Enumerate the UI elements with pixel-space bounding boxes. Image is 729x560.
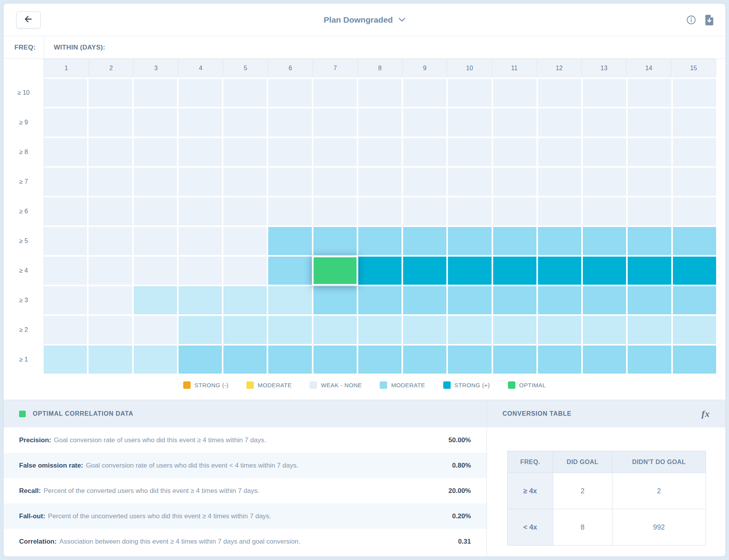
heatmap-cell[interactable] (179, 257, 222, 285)
heatmap-cell[interactable] (403, 227, 446, 255)
heatmap-cell[interactable] (448, 168, 491, 196)
heatmap-cell[interactable] (134, 168, 177, 196)
heatmap-cell[interactable] (88, 346, 132, 374)
heatmap-cell[interactable] (448, 257, 491, 285)
heatmap-cell[interactable] (313, 79, 357, 107)
heatmap-cell[interactable] (493, 257, 536, 285)
heatmap-cell[interactable] (313, 108, 357, 136)
heatmap-cell[interactable] (673, 227, 716, 255)
heatmap-cell[interactable] (44, 316, 87, 344)
heatmap-cell[interactable] (403, 197, 446, 225)
heatmap-cell[interactable] (583, 168, 626, 196)
heatmap-cell[interactable] (583, 257, 626, 285)
heatmap-cell[interactable] (134, 227, 177, 255)
heatmap-cell[interactable] (88, 316, 132, 344)
heatmap-cell[interactable] (403, 286, 446, 314)
heatmap-cell[interactable] (313, 227, 357, 255)
download-icon[interactable] (705, 15, 714, 25)
heatmap-cell[interactable] (673, 346, 716, 374)
heatmap-cell[interactable] (493, 286, 536, 314)
heatmap-cell[interactable] (179, 227, 222, 255)
heatmap-cell[interactable] (44, 108, 87, 136)
heatmap-cell[interactable] (673, 257, 716, 285)
heatmap-cell[interactable] (134, 346, 177, 374)
heatmap-cell[interactable] (583, 316, 626, 344)
heatmap-cell[interactable] (673, 316, 716, 344)
heatmap-cell[interactable] (403, 79, 446, 107)
heatmap-cell-selected[interactable] (312, 255, 358, 285)
heatmap-cell[interactable] (538, 227, 581, 255)
heatmap-cell[interactable] (358, 108, 402, 136)
heatmap-cell[interactable] (44, 197, 87, 225)
event-selector[interactable]: Plan Downgraded (324, 15, 405, 25)
heatmap-cell[interactable] (358, 286, 402, 314)
heatmap-cell[interactable] (88, 138, 132, 166)
heatmap-cell[interactable] (44, 286, 87, 314)
heatmap-cell[interactable] (134, 197, 177, 225)
heatmap-cell[interactable] (628, 197, 671, 225)
heatmap-cell[interactable] (268, 197, 311, 225)
heatmap-cell[interactable] (223, 227, 267, 255)
heatmap-cell[interactable] (134, 79, 177, 107)
heatmap-cell[interactable] (358, 257, 402, 285)
heatmap-cell[interactable] (448, 197, 491, 225)
heatmap-cell[interactable] (448, 286, 491, 314)
heatmap-cell[interactable] (358, 197, 402, 225)
heatmap-cell[interactable] (358, 316, 402, 344)
heatmap-cell[interactable] (628, 138, 671, 166)
heatmap-cell[interactable] (448, 227, 491, 255)
heatmap-cell[interactable] (313, 168, 357, 196)
heatmap-cell[interactable] (448, 346, 491, 374)
heatmap-cell[interactable] (179, 346, 222, 374)
heatmap-cell[interactable] (538, 257, 581, 285)
heatmap-cell[interactable] (493, 138, 536, 166)
back-button[interactable] (16, 11, 41, 28)
heatmap-cell[interactable] (44, 257, 87, 285)
heatmap-cell[interactable] (448, 316, 491, 344)
heatmap-cell[interactable] (673, 168, 716, 196)
heatmap-cell[interactable] (403, 316, 446, 344)
formula-fx-icon[interactable]: fx (701, 409, 710, 419)
heatmap-cell[interactable] (538, 316, 581, 344)
heatmap-cell[interactable] (628, 108, 671, 136)
heatmap-cell[interactable] (538, 168, 581, 196)
heatmap-cell[interactable] (179, 316, 222, 344)
heatmap-cell[interactable] (313, 138, 357, 166)
heatmap-cell[interactable] (673, 197, 716, 225)
heatmap-cell[interactable] (583, 79, 626, 107)
heatmap-cell[interactable] (134, 257, 177, 285)
heatmap-cell[interactable] (268, 257, 311, 285)
heatmap-cell[interactable] (134, 108, 177, 136)
heatmap-cell[interactable] (88, 197, 132, 225)
heatmap-cell[interactable] (223, 168, 267, 196)
heatmap-cell[interactable] (538, 108, 581, 136)
heatmap-cell[interactable] (223, 346, 267, 374)
heatmap-cell[interactable] (179, 168, 222, 196)
heatmap-cell[interactable] (448, 138, 491, 166)
heatmap-cell[interactable] (268, 79, 311, 107)
heatmap-cell[interactable] (223, 108, 267, 136)
heatmap-cell[interactable] (493, 346, 536, 374)
heatmap-cell[interactable] (538, 286, 581, 314)
heatmap-cell[interactable] (358, 227, 402, 255)
heatmap-cell[interactable] (493, 197, 536, 225)
heatmap-cell[interactable] (628, 227, 671, 255)
heatmap-cell[interactable] (493, 108, 536, 136)
heatmap-cell[interactable] (538, 346, 581, 374)
heatmap-cell[interactable] (628, 346, 671, 374)
heatmap-cell[interactable] (134, 286, 177, 314)
heatmap-cell[interactable] (88, 79, 132, 107)
heatmap-cell[interactable] (493, 316, 536, 344)
heatmap-cell[interactable] (44, 227, 87, 255)
heatmap-cell[interactable] (448, 108, 491, 136)
heatmap-cell[interactable] (583, 286, 626, 314)
heatmap-cell[interactable] (403, 108, 446, 136)
heatmap-cell[interactable] (88, 227, 132, 255)
heatmap-cell[interactable] (673, 286, 716, 314)
heatmap-cell[interactable] (223, 197, 267, 225)
heatmap-cell[interactable] (179, 197, 222, 225)
heatmap-cell[interactable] (268, 138, 311, 166)
heatmap-cell[interactable] (313, 346, 357, 374)
heatmap-cell[interactable] (134, 316, 177, 344)
heatmap-cell[interactable] (223, 316, 267, 344)
